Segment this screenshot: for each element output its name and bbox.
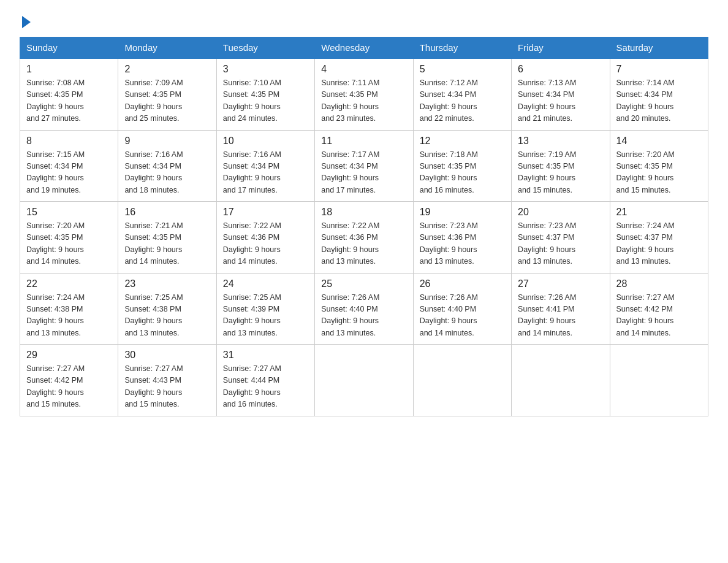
calendar-cell bbox=[315, 345, 413, 416]
page-header bbox=[20, 15, 708, 26]
day-info: Sunrise: 7:22 AMSunset: 4:36 PMDaylight:… bbox=[321, 220, 406, 268]
header-saturday: Saturday bbox=[610, 37, 708, 59]
calendar-cell: 18Sunrise: 7:22 AMSunset: 4:36 PMDayligh… bbox=[315, 202, 413, 274]
day-number: 1 bbox=[26, 64, 112, 75]
day-number: 27 bbox=[518, 278, 603, 289]
day-number: 6 bbox=[518, 64, 603, 75]
calendar-cell: 15Sunrise: 7:20 AMSunset: 4:35 PMDayligh… bbox=[20, 202, 118, 274]
calendar-cell: 21Sunrise: 7:24 AMSunset: 4:37 PMDayligh… bbox=[610, 202, 708, 274]
calendar-table: SundayMondayTuesdayWednesdayThursdayFrid… bbox=[20, 37, 708, 416]
day-number: 28 bbox=[616, 278, 702, 289]
day-info: Sunrise: 7:08 AMSunset: 4:35 PMDaylight:… bbox=[26, 77, 112, 125]
day-info: Sunrise: 7:22 AMSunset: 4:36 PMDaylight:… bbox=[223, 220, 308, 268]
day-number: 9 bbox=[124, 136, 210, 147]
day-info: Sunrise: 7:18 AMSunset: 4:35 PMDaylight:… bbox=[420, 149, 505, 197]
day-number: 24 bbox=[223, 278, 308, 289]
day-number: 8 bbox=[26, 136, 112, 147]
day-number: 18 bbox=[321, 207, 406, 218]
week-row-2: 8Sunrise: 7:15 AMSunset: 4:34 PMDaylight… bbox=[20, 130, 708, 202]
logo-arrow-icon bbox=[22, 16, 31, 28]
header-sunday: Sunday bbox=[20, 37, 118, 59]
calendar-cell: 24Sunrise: 7:25 AMSunset: 4:39 PMDayligh… bbox=[216, 273, 314, 345]
day-info: Sunrise: 7:15 AMSunset: 4:34 PMDaylight:… bbox=[26, 149, 112, 197]
day-info: Sunrise: 7:17 AMSunset: 4:34 PMDaylight:… bbox=[321, 149, 406, 197]
day-info: Sunrise: 7:24 AMSunset: 4:37 PMDaylight:… bbox=[616, 220, 702, 268]
day-info: Sunrise: 7:23 AMSunset: 4:36 PMDaylight:… bbox=[420, 220, 505, 268]
calendar-cell: 7Sunrise: 7:14 AMSunset: 4:34 PMDaylight… bbox=[610, 58, 708, 130]
day-info: Sunrise: 7:16 AMSunset: 4:34 PMDaylight:… bbox=[223, 149, 308, 197]
header-monday: Monday bbox=[118, 37, 216, 59]
calendar-cell: 22Sunrise: 7:24 AMSunset: 4:38 PMDayligh… bbox=[20, 273, 118, 345]
day-info: Sunrise: 7:14 AMSunset: 4:34 PMDaylight:… bbox=[616, 77, 702, 125]
calendar-cell: 9Sunrise: 7:16 AMSunset: 4:34 PMDaylight… bbox=[118, 130, 216, 202]
week-row-3: 15Sunrise: 7:20 AMSunset: 4:35 PMDayligh… bbox=[20, 202, 708, 274]
calendar-cell: 4Sunrise: 7:11 AMSunset: 4:35 PMDaylight… bbox=[315, 58, 413, 130]
day-number: 12 bbox=[420, 136, 505, 147]
day-number: 11 bbox=[321, 136, 406, 147]
day-info: Sunrise: 7:23 AMSunset: 4:37 PMDaylight:… bbox=[518, 220, 603, 268]
day-info: Sunrise: 7:25 AMSunset: 4:39 PMDaylight:… bbox=[223, 292, 308, 340]
calendar-cell bbox=[512, 345, 610, 416]
calendar-cell: 27Sunrise: 7:26 AMSunset: 4:41 PMDayligh… bbox=[512, 273, 610, 345]
calendar-cell: 3Sunrise: 7:10 AMSunset: 4:35 PMDaylight… bbox=[216, 58, 314, 130]
day-info: Sunrise: 7:11 AMSunset: 4:35 PMDaylight:… bbox=[321, 77, 406, 125]
day-info: Sunrise: 7:10 AMSunset: 4:35 PMDaylight:… bbox=[223, 77, 308, 125]
day-number: 31 bbox=[223, 350, 308, 361]
day-info: Sunrise: 7:27 AMSunset: 4:44 PMDaylight:… bbox=[223, 363, 308, 411]
week-row-1: 1Sunrise: 7:08 AMSunset: 4:35 PMDaylight… bbox=[20, 58, 708, 130]
calendar-cell: 31Sunrise: 7:27 AMSunset: 4:44 PMDayligh… bbox=[216, 345, 314, 416]
day-info: Sunrise: 7:12 AMSunset: 4:34 PMDaylight:… bbox=[420, 77, 505, 125]
day-info: Sunrise: 7:26 AMSunset: 4:40 PMDaylight:… bbox=[321, 292, 406, 340]
calendar-cell: 29Sunrise: 7:27 AMSunset: 4:42 PMDayligh… bbox=[20, 345, 118, 416]
day-info: Sunrise: 7:24 AMSunset: 4:38 PMDaylight:… bbox=[26, 292, 112, 340]
calendar-cell: 16Sunrise: 7:21 AMSunset: 4:35 PMDayligh… bbox=[118, 202, 216, 274]
day-number: 3 bbox=[223, 64, 308, 75]
day-info: Sunrise: 7:26 AMSunset: 4:40 PMDaylight:… bbox=[420, 292, 505, 340]
day-number: 7 bbox=[616, 64, 702, 75]
calendar-cell: 11Sunrise: 7:17 AMSunset: 4:34 PMDayligh… bbox=[315, 130, 413, 202]
day-info: Sunrise: 7:21 AMSunset: 4:35 PMDaylight:… bbox=[124, 220, 210, 268]
calendar-cell: 13Sunrise: 7:19 AMSunset: 4:35 PMDayligh… bbox=[512, 130, 610, 202]
day-number: 17 bbox=[223, 207, 308, 218]
day-number: 30 bbox=[124, 350, 210, 361]
calendar-cell: 25Sunrise: 7:26 AMSunset: 4:40 PMDayligh… bbox=[315, 273, 413, 345]
calendar-cell: 26Sunrise: 7:26 AMSunset: 4:40 PMDayligh… bbox=[413, 273, 511, 345]
day-number: 13 bbox=[518, 136, 603, 147]
day-number: 20 bbox=[518, 207, 603, 218]
calendar-cell: 14Sunrise: 7:20 AMSunset: 4:35 PMDayligh… bbox=[610, 130, 708, 202]
day-info: Sunrise: 7:09 AMSunset: 4:35 PMDaylight:… bbox=[124, 77, 210, 125]
calendar-cell: 28Sunrise: 7:27 AMSunset: 4:42 PMDayligh… bbox=[610, 273, 708, 345]
day-number: 15 bbox=[26, 207, 112, 218]
day-number: 2 bbox=[124, 64, 210, 75]
calendar-cell: 23Sunrise: 7:25 AMSunset: 4:38 PMDayligh… bbox=[118, 273, 216, 345]
day-number: 10 bbox=[223, 136, 308, 147]
calendar-cell: 19Sunrise: 7:23 AMSunset: 4:36 PMDayligh… bbox=[413, 202, 511, 274]
day-number: 22 bbox=[26, 278, 112, 289]
calendar-cell bbox=[413, 345, 511, 416]
calendar-header: SundayMondayTuesdayWednesdayThursdayFrid… bbox=[20, 37, 708, 59]
week-row-5: 29Sunrise: 7:27 AMSunset: 4:42 PMDayligh… bbox=[20, 345, 708, 416]
calendar-cell: 8Sunrise: 7:15 AMSunset: 4:34 PMDaylight… bbox=[20, 130, 118, 202]
day-info: Sunrise: 7:27 AMSunset: 4:42 PMDaylight:… bbox=[616, 292, 702, 340]
header-friday: Friday bbox=[512, 37, 610, 59]
header-tuesday: Tuesday bbox=[216, 37, 314, 59]
day-number: 21 bbox=[616, 207, 702, 218]
calendar-cell: 20Sunrise: 7:23 AMSunset: 4:37 PMDayligh… bbox=[512, 202, 610, 274]
day-info: Sunrise: 7:16 AMSunset: 4:34 PMDaylight:… bbox=[124, 149, 210, 197]
day-info: Sunrise: 7:20 AMSunset: 4:35 PMDaylight:… bbox=[616, 149, 702, 197]
logo bbox=[20, 15, 31, 26]
calendar-cell: 17Sunrise: 7:22 AMSunset: 4:36 PMDayligh… bbox=[216, 202, 314, 274]
day-info: Sunrise: 7:13 AMSunset: 4:34 PMDaylight:… bbox=[518, 77, 603, 125]
day-info: Sunrise: 7:27 AMSunset: 4:42 PMDaylight:… bbox=[26, 363, 112, 411]
day-info: Sunrise: 7:19 AMSunset: 4:35 PMDaylight:… bbox=[518, 149, 603, 197]
day-info: Sunrise: 7:27 AMSunset: 4:43 PMDaylight:… bbox=[124, 363, 210, 411]
header-wednesday: Wednesday bbox=[315, 37, 413, 59]
day-number: 16 bbox=[124, 207, 210, 218]
day-number: 25 bbox=[321, 278, 406, 289]
week-row-4: 22Sunrise: 7:24 AMSunset: 4:38 PMDayligh… bbox=[20, 273, 708, 345]
calendar-cell bbox=[610, 345, 708, 416]
day-number: 14 bbox=[616, 136, 702, 147]
calendar-cell: 6Sunrise: 7:13 AMSunset: 4:34 PMDaylight… bbox=[512, 58, 610, 130]
calendar-cell: 12Sunrise: 7:18 AMSunset: 4:35 PMDayligh… bbox=[413, 130, 511, 202]
calendar-cell: 5Sunrise: 7:12 AMSunset: 4:34 PMDaylight… bbox=[413, 58, 511, 130]
